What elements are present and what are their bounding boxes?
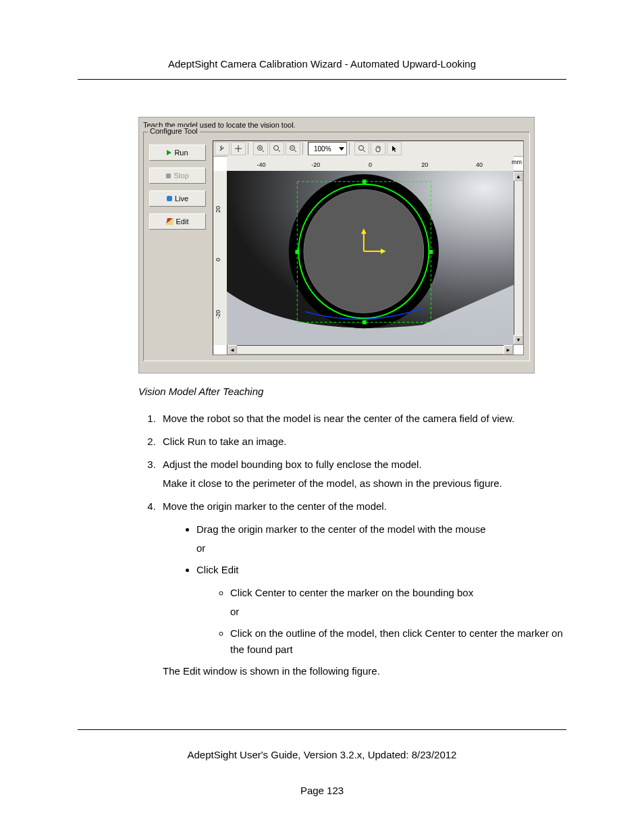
pan-hand-icon[interactable] (371, 142, 385, 155)
horizontal-ruler: -40 -20 0 20 40 (227, 156, 514, 172)
play-icon (167, 150, 171, 155)
zoom-in-icon[interactable] (253, 142, 268, 155)
teach-instruction: Teach the model used to locate the visio… (143, 121, 530, 129)
vruler-tick: 20 (215, 206, 221, 213)
camera-image-viewport[interactable] (227, 171, 514, 345)
zoom-region-icon[interactable] (354, 142, 369, 155)
step-4-bullet-1: Drag the origin marker to the center of … (196, 521, 566, 556)
or-text: or (230, 604, 566, 620)
zoom-value: 100% (308, 145, 337, 153)
step-4-tail: The Edit window is shown in the followin… (163, 663, 566, 679)
horizontal-scrollbar[interactable]: ◄ ► (227, 345, 514, 355)
ruler-tick: 40 (473, 161, 486, 168)
pointer-tool-icon[interactable] (387, 142, 402, 155)
step-4-b2-text: Click Edit (196, 564, 239, 575)
run-button-label: Run (174, 149, 188, 157)
footer-text: AdeptSight User's Guide, Version 3.2.x, … (188, 749, 457, 760)
toolbar-separator (349, 142, 352, 155)
ruler-tick: -40 (254, 161, 268, 168)
step-4-bullet-2: Click Edit Click Center to center the ma… (196, 562, 566, 658)
vruler-tick: 0 (215, 258, 221, 261)
app-window: Teach the model used to locate the visio… (138, 117, 535, 373)
stop-button-label: Stop (173, 172, 189, 180)
zoom-out-icon[interactable] (286, 142, 300, 155)
step-3-line2: Make it close to the perimeter of the mo… (163, 475, 566, 492)
svg-rect-22 (363, 180, 367, 184)
svg-line-9 (294, 150, 296, 152)
configure-tool-label: Configure Tool (148, 127, 200, 135)
left-button-column: Run Stop Live Edit (149, 145, 206, 236)
edit-icon (166, 218, 174, 225)
stop-icon (166, 174, 171, 178)
ruler-tick: 0 (364, 161, 377, 168)
edit-button[interactable]: Edit (149, 213, 206, 230)
step-3-line1: Adjust the model bounding box to fully e… (163, 459, 422, 470)
embedded-screenshot: Teach the model used to locate the visio… (138, 117, 535, 373)
page-header: AdeptSight Camera Calibration Wizard - A… (78, 58, 566, 80)
svg-marker-13 (392, 146, 396, 152)
figure-caption: Vision Model After Teaching (138, 386, 566, 397)
instruction-list: Move the robot so that the model is near… (138, 411, 566, 679)
step-4-b2-sub1: Click Center to center the marker on the… (230, 585, 566, 620)
viewport-toolbar: 100% (213, 141, 523, 157)
configure-tool-group: Configure Tool Run Stop Live (143, 132, 530, 361)
svg-rect-21 (429, 250, 433, 254)
run-button[interactable]: Run (149, 145, 206, 161)
chevron-down-icon[interactable] (339, 147, 344, 151)
toolbar-separator (302, 142, 306, 155)
svg-line-7 (278, 150, 280, 152)
zoom-fit-icon[interactable] (269, 142, 284, 155)
step-4-b1-text: Drag the origin marker to the center of … (196, 523, 486, 535)
wrench-tool-icon[interactable] (215, 142, 230, 155)
ruler-tick: -20 (309, 161, 323, 168)
svg-line-12 (363, 150, 365, 152)
vertical-scrollbar[interactable]: ▲ ▼ (514, 171, 523, 345)
live-button[interactable]: Live (149, 190, 206, 207)
svg-point-6 (274, 146, 279, 151)
page-footer: AdeptSight User's Guide, Version 3.2.x, … (78, 729, 566, 796)
step-3: Adjust the model bounding box to fully e… (159, 457, 566, 492)
scroll-down-icon[interactable]: ▼ (514, 335, 523, 344)
live-icon (167, 196, 172, 201)
svg-rect-20 (295, 250, 299, 254)
ruler-tick: 20 (418, 161, 431, 168)
step-4-b2-sub2: Click on the outline of the model, then … (230, 625, 566, 658)
vertical-ruler: 20 0 -20 (213, 171, 227, 345)
live-button-label: Live (175, 194, 188, 203)
step-4-title: Move the origin marker to the center of … (163, 500, 387, 512)
step-4-b2-s1-text: Click Center to center the marker on the… (230, 587, 473, 598)
step-2: Click Run to take an image. (159, 434, 566, 450)
edit-button-label: Edit (176, 217, 189, 226)
scroll-up-icon[interactable]: ▲ (514, 172, 523, 181)
stop-button[interactable]: Stop (149, 167, 206, 184)
scroll-right-icon[interactable]: ► (504, 345, 513, 355)
camera-image-svg (227, 171, 514, 345)
vruler-tick: -20 (215, 310, 221, 319)
step-4: Move the origin marker to the center of … (159, 498, 566, 679)
unit-label: mm (512, 159, 522, 165)
scroll-left-icon[interactable]: ◄ (227, 345, 237, 355)
svg-rect-23 (363, 320, 367, 324)
crosshair-tool-icon[interactable] (231, 142, 246, 155)
step-1: Move the robot so that the model is near… (159, 411, 566, 427)
svg-line-3 (262, 150, 264, 152)
toolbar-separator (248, 142, 251, 155)
svg-point-11 (358, 146, 363, 151)
zoom-combo[interactable]: 100% (308, 142, 347, 155)
or-text: or (196, 540, 566, 556)
image-viewport-panel: 100% (213, 140, 524, 355)
page-number: Page 123 (78, 785, 566, 796)
